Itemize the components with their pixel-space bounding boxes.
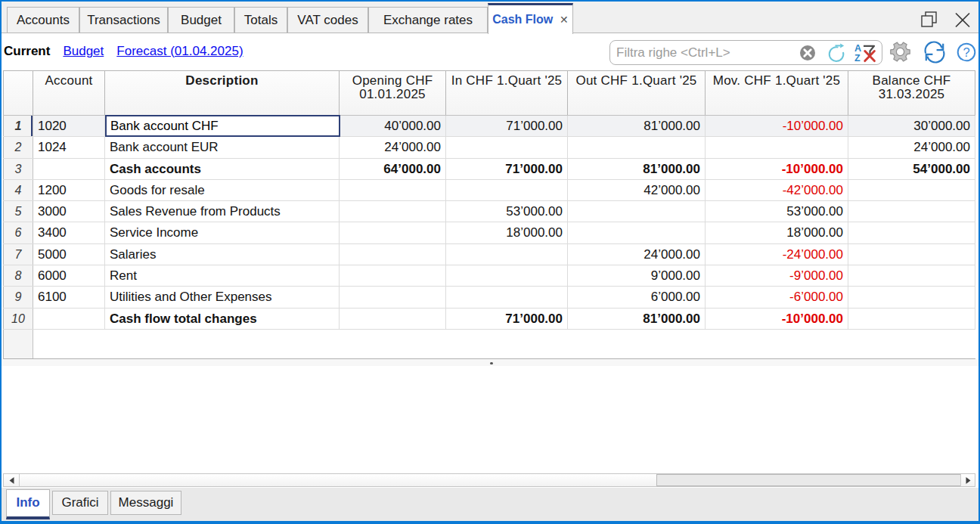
svg-text:?: ? bbox=[963, 45, 969, 59]
svg-text:A: A bbox=[854, 43, 861, 54]
svg-text:Z: Z bbox=[854, 53, 861, 64]
